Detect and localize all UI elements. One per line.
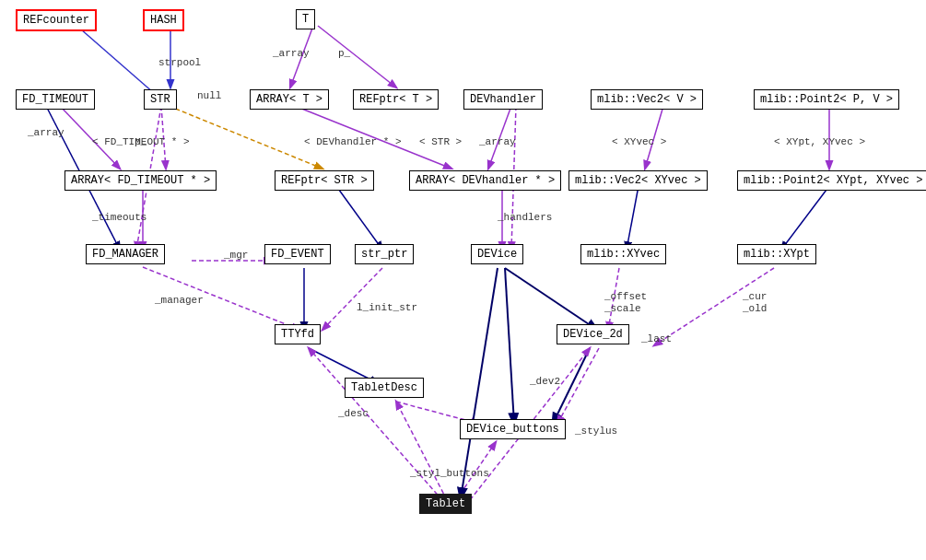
label-mgr: _mgr [224, 250, 248, 261]
label-stylus: _stylus [575, 426, 617, 437]
label-styl-buttons: _styl_buttons [410, 468, 489, 479]
node-str: STR [144, 89, 177, 110]
node-mlib-vec2-xyvec: mlib::Vec2< XYvec > [568, 170, 708, 191]
label-devhandler-ptr: < DEVhandler * > [304, 136, 402, 147]
label-offset: _offset [604, 291, 647, 302]
svg-line-14 [336, 186, 382, 250]
node-fd-event: FD_EVENT [264, 244, 331, 264]
node-mlib-vec2-v: mlib::Vec2< V > [591, 89, 703, 110]
label-array1: _array [273, 48, 310, 59]
node-devhandler: DEVhandler [463, 89, 543, 110]
label-last: _last [641, 333, 672, 344]
node-mlib-point2-xyvec: mlib::Point2< XYpt, XYvec > [737, 170, 926, 191]
node-refptr-t: REFptr< T > [353, 89, 439, 110]
svg-line-6 [169, 106, 322, 169]
label-array3: _array [479, 136, 516, 147]
node-refcounter: REFcounter [16, 9, 97, 31]
label-desc: _desc [338, 408, 369, 419]
svg-line-22 [322, 268, 382, 330]
label-init-str: l_init_str [357, 302, 417, 313]
label-p1: p_ [338, 48, 350, 59]
node-mlib-point2-pv: mlib::Point2< P, V > [754, 89, 899, 110]
node-mlib-xyvec: mlib::XYvec [580, 244, 666, 264]
diagram-container: REFcounter HASH T FD_TIMEOUT STR ARRAY< … [0, 0, 926, 560]
node-device-2d: DEVice_2d [557, 324, 629, 344]
node-fd-manager: FD_MANAGER [86, 244, 165, 264]
label-array2: _array [28, 127, 64, 138]
node-array-t: ARRAY< T > [250, 89, 329, 110]
svg-line-23 [505, 268, 597, 330]
label-str-type: < STR > [419, 136, 462, 147]
svg-line-17 [627, 186, 639, 250]
node-refptr-str: REFptr< STR > [275, 170, 374, 191]
node-array-fd-timeout: ARRAY< FD_TIMEOUT * > [64, 170, 217, 191]
label-xyvec: < XYvec > [612, 136, 666, 147]
svg-line-18 [781, 186, 829, 250]
node-hash: HASH [143, 9, 184, 31]
node-device: DEVice [471, 244, 523, 264]
svg-line-35 [461, 268, 498, 498]
label-p2: p_ [135, 136, 147, 147]
label-null: null [197, 90, 221, 101]
node-device-buttons: DEVice_buttons [460, 419, 566, 439]
label-strpool: strpool [158, 57, 201, 68]
label-dev2: _dev2 [530, 376, 560, 387]
label-old: _old [743, 303, 767, 314]
svg-line-30 [557, 348, 599, 424]
svg-line-32 [396, 402, 447, 500]
svg-line-3 [318, 26, 396, 88]
node-tablet: Tablet [419, 494, 472, 514]
label-xypt-xyvec: < XYpt, XYvec > [774, 136, 865, 147]
svg-line-0 [74, 23, 161, 99]
svg-line-28 [505, 268, 514, 424]
label-handlers: _handlers [498, 212, 552, 223]
label-scale: _scale [604, 303, 641, 314]
node-tabletdesc: TabletDesc [345, 378, 424, 398]
label-timeouts: _timeouts [92, 212, 147, 223]
node-fd-timeout: FD_TIMEOUT [16, 89, 95, 110]
label-manager: _manager [155, 295, 204, 306]
node-ttyfd: TTYfd [275, 324, 321, 344]
node-str-ptr: str_ptr [355, 244, 414, 264]
label-cur: _cur [743, 291, 767, 302]
node-mlib-xypt: mlib::XYpt [737, 244, 816, 264]
node-array-devhandler: ARRAY< DEVhandler * > [409, 170, 561, 191]
node-t: T [296, 9, 315, 29]
